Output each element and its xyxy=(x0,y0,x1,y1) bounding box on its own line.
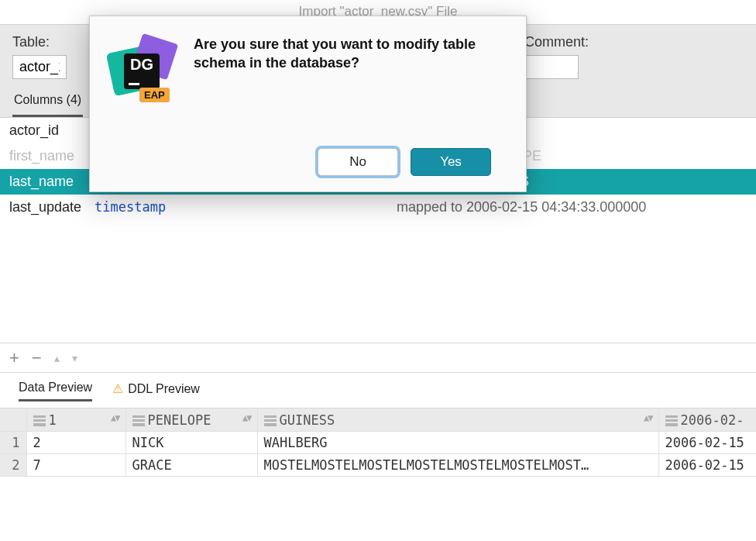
grid-cell[interactable]: 2 xyxy=(26,432,125,454)
grid-cell[interactable]: 2006-02-15 xyxy=(658,432,756,454)
row-number: 1 xyxy=(0,432,26,454)
column-icon xyxy=(132,415,145,426)
eap-badge: EAP xyxy=(139,88,170,102)
grid-header[interactable]: PENELOPE▲▼ xyxy=(125,408,257,432)
grid-row[interactable]: 2 7 GRACE MOSTELMOSTELMOSTELMOSTELMOSTEL… xyxy=(0,454,756,477)
comment-label: Comment: xyxy=(524,33,589,50)
data-preview-grid: 1▲▼ PENELOPE▲▼ GUINESS▲▼ 2006-02- 1 2 NI… xyxy=(0,408,756,477)
tab-columns[interactable]: Columns (4) xyxy=(12,88,83,117)
grid-cell[interactable]: NICK xyxy=(125,432,257,454)
table-name-input[interactable] xyxy=(12,55,67,79)
column-name: last_update xyxy=(9,199,94,215)
row-number: 2 xyxy=(0,454,26,477)
column-icon xyxy=(264,415,277,426)
table-label: Table: xyxy=(12,33,67,50)
tab-ddl-preview[interactable]: ⚠ DDL Preview xyxy=(112,381,200,401)
remove-column-button[interactable]: − xyxy=(32,348,42,368)
grid-cell[interactable]: WAHLBERG xyxy=(257,432,658,454)
grid-corner xyxy=(0,408,26,432)
grid-header[interactable]: 2006-02- xyxy=(658,408,756,432)
add-column-button[interactable]: + xyxy=(9,348,19,368)
grid-row[interactable]: 1 2 NICK WAHLBERG 2006-02-15 xyxy=(0,432,756,454)
tab-label: Data Preview xyxy=(19,381,92,395)
yes-button[interactable]: Yes xyxy=(411,148,491,176)
column-type: timestamp xyxy=(94,199,397,215)
column-name: actor_id xyxy=(9,122,94,139)
grid-cell[interactable]: 7 xyxy=(26,454,125,477)
move-down-button[interactable]: ▾ xyxy=(72,352,77,364)
grid-cell[interactable]: GRACE xyxy=(125,454,257,477)
move-up-button[interactable]: ▴ xyxy=(54,352,60,364)
comment-input[interactable] xyxy=(524,55,579,79)
warning-icon: ⚠ xyxy=(112,381,123,396)
column-mapping: mapped to 2006-02-15 04:34:33.000000 xyxy=(397,199,646,215)
sort-icon[interactable]: ▲▼ xyxy=(644,412,651,423)
confirm-dialog: DG EAP Are you sure that you want to mod… xyxy=(89,16,527,192)
grid-header[interactable]: 1▲▼ xyxy=(26,408,125,432)
datagrip-logo-icon: DG EAP xyxy=(110,35,180,106)
column-name: last_name xyxy=(9,174,94,190)
column-row[interactable]: last_update timestamp mapped to 2006-02-… xyxy=(0,195,756,220)
sort-icon[interactable]: ▲▼ xyxy=(111,412,119,423)
sort-icon[interactable]: ▲▼ xyxy=(242,412,250,423)
grid-cell[interactable]: 2006-02-15 xyxy=(658,454,756,477)
columns-toolbar: + − ▴ ▾ xyxy=(0,343,756,372)
grid-header[interactable]: GUINESS▲▼ xyxy=(257,408,658,432)
column-name: first_name xyxy=(9,148,94,164)
column-icon xyxy=(33,415,46,426)
column-icon xyxy=(665,415,678,426)
grid-cell[interactable]: MOSTELMOSTELMOSTELMOSTELMOSTELMOSTELMOST… xyxy=(257,454,658,477)
dialog-message: Are you sure that you want to modify tab… xyxy=(194,35,506,73)
preview-tabs: Data Preview ⚠ DDL Preview xyxy=(0,372,756,408)
tab-data-preview[interactable]: Data Preview xyxy=(19,381,92,401)
tab-label: DDL Preview xyxy=(128,382,200,396)
no-button[interactable]: No xyxy=(318,148,398,176)
